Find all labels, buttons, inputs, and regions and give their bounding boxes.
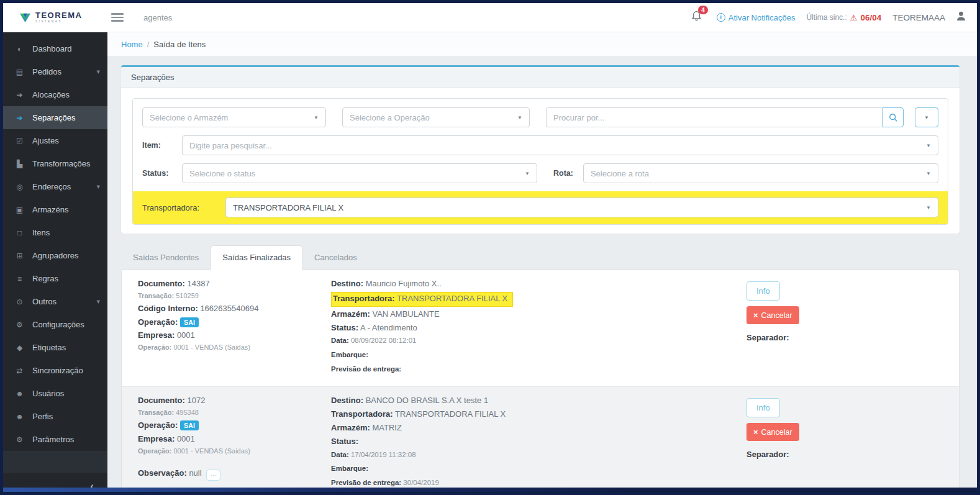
chevron-down-icon: ▾ <box>96 183 100 191</box>
chevron-down-icon: ▼ <box>517 115 522 120</box>
status-value: A - Atendimento <box>360 323 417 332</box>
empresa-label: Empresa: <box>138 434 175 443</box>
info-button[interactable]: Info <box>746 398 780 417</box>
last-sync-value: 06/04 <box>860 13 881 22</box>
operacao-select[interactable]: Selecione a Operação ▼ <box>342 107 530 127</box>
username-label: TEOREMAAA <box>892 13 945 22</box>
cancel-button[interactable]: ×Cancelar <box>746 423 799 441</box>
transformations-icon: ▙ <box>14 160 25 168</box>
sidebar-item-etiquetas[interactable]: ◆ Etiquetas <box>3 336 107 359</box>
documento-label: Documento: <box>138 279 185 288</box>
sidebar-item-armazens[interactable]: ▣ Armazéns <box>3 198 107 221</box>
sidebar-item-dashboard[interactable]: ◐ Dashboard <box>3 37 107 60</box>
menu-toggle-icon[interactable] <box>107 9 127 25</box>
sidebar-item-configuracoes[interactable]: ⚙ Configurações <box>3 313 107 336</box>
armazem-select[interactable]: Selecione o Armazém ▼ <box>142 107 326 127</box>
sidebar-item-pedidos[interactable]: ▤ Pedidos ▾ <box>3 60 107 83</box>
card-title: Separações <box>121 67 960 88</box>
records-list: Documento: 14387 Transação: 510259 Códig… <box>121 270 960 492</box>
embarque-label: Embarque: <box>331 465 368 472</box>
embarque-label: Embarque: <box>331 351 368 358</box>
adjustments-icon: ☑ <box>14 137 25 145</box>
sidebar-divider <box>3 451 107 473</box>
rota-label: Rota: <box>553 169 573 178</box>
brand-logo[interactable]: TEOREMA SISTEMAS <box>3 11 96 24</box>
data-value: 17/04/2019 11:32:08 <box>351 451 416 458</box>
cancel-button[interactable]: ×Cancelar <box>746 306 799 324</box>
tab-saidas-pendentes[interactable]: Saídas Pendentes <box>121 245 211 270</box>
previsao-label: Previsão de entrega: <box>331 479 401 486</box>
groupers-icon: ⊞ <box>14 252 25 260</box>
status-select[interactable]: Selecione o status ▼ <box>182 163 537 183</box>
rota-select[interactable]: Selecione a rota ▼ <box>583 163 938 183</box>
destino-value: BANCO DO BRASIL S.A X teste 1 <box>366 396 488 405</box>
breadcrumb-separator: / <box>147 40 150 49</box>
chevron-down-icon: ▾ <box>96 297 100 306</box>
sidebar-item-sincronizacao[interactable]: ⇄ Sincronização <box>3 359 107 382</box>
armazem-value: MATRIZ <box>372 423 401 432</box>
breadcrumb: Home / Saída de Itens <box>107 32 977 56</box>
last-sync-label: Última sinc.: <box>806 13 846 22</box>
sidebar-item-separacoes[interactable]: ➔ Separações <box>3 106 107 129</box>
sidebar-item-usuarios[interactable]: ☻ Usuários <box>3 382 107 405</box>
transportadora-filter-row-highlighted: Transportadora: TRANSPORTADORA FILIAL X … <box>133 191 948 224</box>
breadcrumb-home-link[interactable]: Home <box>121 40 143 49</box>
notifications-bell[interactable]: 4 <box>687 8 706 27</box>
main-area: Home / Saída de Itens Separações Selecio… <box>107 32 977 492</box>
sidebar-item-agrupadores[interactable]: ⊞ Agrupadores <box>3 244 107 267</box>
labels-icon: ◆ <box>14 343 25 352</box>
observacao-label: Observação: <box>138 468 187 478</box>
addresses-icon: ◎ <box>14 183 25 191</box>
transportadora-label: Transportadora: <box>142 203 199 212</box>
transportadora-label: Transportadora: <box>331 409 393 419</box>
documento-value: 14387 <box>187 279 209 288</box>
tab-saidas-finalizadas[interactable]: Saídas Finalizadas <box>211 245 302 270</box>
chevron-down-icon: ▼ <box>926 205 931 211</box>
transacao-value: 510259 <box>176 292 199 299</box>
operacao-desc-value: 0001 - VENDAS (Saidas) <box>173 343 250 351</box>
armazem-label: Armazém: <box>331 309 370 319</box>
sidebar-item-transformacoes[interactable]: ▙ Transformações <box>3 152 107 175</box>
data-value: 08/09/2022 08:12:01 <box>351 337 417 344</box>
search-button[interactable] <box>882 107 904 127</box>
codigo-interno-label: Código Interno: <box>138 304 198 313</box>
item-search-select[interactable]: Digite para pesquisar... ▼ <box>182 135 938 155</box>
chevron-down-icon: ▼ <box>314 115 319 120</box>
sidebar-item-outros[interactable]: ⊙ Outros ▾ <box>3 290 107 313</box>
sidebar-item-itens[interactable]: □ Itens <box>3 221 107 244</box>
transacao-value: 495348 <box>176 409 199 416</box>
search-options-button[interactable]: ▼ <box>915 107 938 127</box>
documento-label: Documento: <box>138 396 185 405</box>
status-label: Status: <box>142 169 172 178</box>
tab-cancelados[interactable]: Cancelados <box>302 245 369 270</box>
transacao-label: Transação: <box>138 292 174 299</box>
status-label: Status: <box>331 437 358 446</box>
sidebar-item-regras[interactable]: ≡ Regras <box>3 267 107 290</box>
operacao-desc-label: Operação: <box>138 447 171 455</box>
search-input[interactable] <box>546 107 882 127</box>
separations-icon: ➔ <box>14 114 25 122</box>
parameters-icon: ⚙ <box>14 435 25 444</box>
user-avatar-icon[interactable] <box>956 11 966 24</box>
item-label: Item: <box>142 141 172 150</box>
info-button[interactable]: Info <box>746 281 780 301</box>
sidebar-item-parametros[interactable]: ⚙ Parâmetros <box>3 428 107 451</box>
sidebar-item-enderecos[interactable]: ◎ Endereços ▾ <box>3 175 107 198</box>
destino-label: Destino: <box>331 396 363 405</box>
activate-notifications-link[interactable]: i Ativar Notificações <box>717 13 796 22</box>
sidebar-item-alocacoes[interactable]: ➔ Alocações <box>3 83 107 106</box>
transportadora-select[interactable]: TRANSPORTADORA FILIAL X ▼ <box>225 198 938 217</box>
sync-icon: ⇄ <box>14 366 25 375</box>
last-sync-status: Última sinc.: ⚠ 06/04 <box>806 13 881 22</box>
operacao-desc-label: Operação: <box>138 343 171 351</box>
record-row: Documento: 1072 Transação: 495348 Código… <box>122 387 959 492</box>
breadcrumb-current: Saída de Itens <box>153 40 206 49</box>
sidebar-item-perfis[interactable]: ☻ Perfis <box>3 405 107 428</box>
info-circle-icon: i <box>717 13 725 22</box>
window-bottom-edge <box>3 488 977 492</box>
chevron-down-icon: ▾ <box>96 68 100 76</box>
observation-expand-button[interactable]: ... <box>206 470 220 481</box>
brand-name: TEOREMA <box>35 11 83 19</box>
sidebar-item-ajustes[interactable]: ☑ Ajustes <box>3 129 107 152</box>
transacao-label: Transação: <box>138 409 174 416</box>
